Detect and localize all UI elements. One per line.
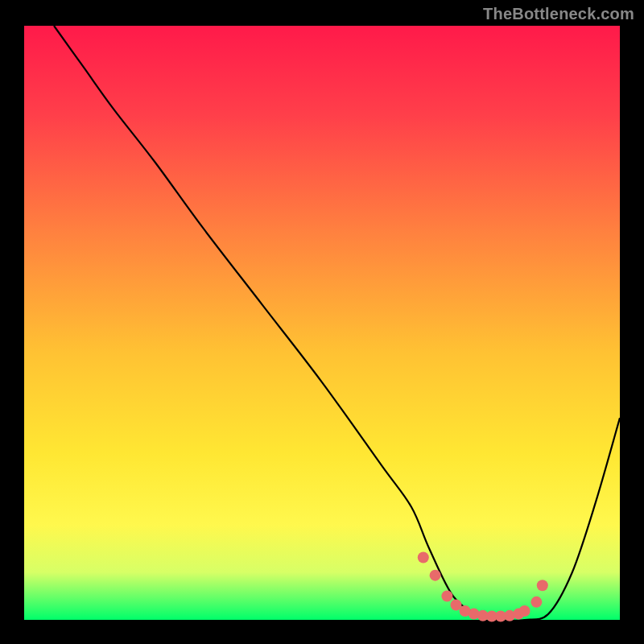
curve-marker [418, 552, 429, 564]
curve-marker [441, 590, 452, 601]
watermark-label: TheBottleneck.com [483, 5, 634, 23]
bottleneck-chart [0, 0, 644, 644]
chart-frame: TheBottleneck.com [0, 0, 644, 644]
curve-marker [530, 597, 542, 608]
curve-marker [537, 580, 548, 591]
curve-marker [519, 605, 530, 617]
curve-marker [430, 570, 441, 581]
plot-background [24, 26, 620, 620]
